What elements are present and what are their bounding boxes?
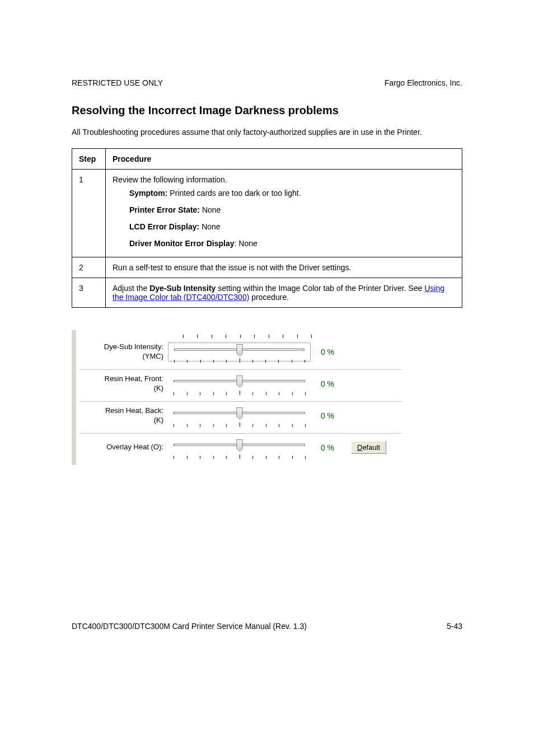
slider-thumb[interactable] [236,407,242,417]
col-header-procedure: Procedure [106,148,462,169]
table-row: 3 Adjust the Dye-Sub Intensity setting w… [72,278,462,307]
driver-monitor-line: Driver Monitor Error Display: None [129,239,455,248]
step-content: Review the following information. Sympto… [106,169,462,257]
col-header-step: Step [72,148,106,169]
row-label: Resin Heat, Front: (K) [79,374,168,393]
default-button-accel: D [357,443,362,452]
slider-thumb[interactable] [236,375,242,386]
label-top: Overlay Heat (O): [106,443,163,451]
slider-row-resin-front: Resin Heat, Front: (K) 0 % [79,370,402,402]
slider-row-overlay: Overlay Heat (O): 0 % Default [79,434,402,465]
intro-paragraph: All Troubleshooting procedures assume th… [72,127,462,138]
footer-left: DTC400/DTC300/DTC300M Card Printer Servi… [72,622,307,631]
page-footer: DTC400/DTC300/DTC300M Card Printer Servi… [72,622,462,631]
section-title: Resolving the Incorrect Image Darkness p… [72,104,462,117]
resin-front-slider[interactable] [168,374,311,393]
slider-row-resin-back: Resin Heat, Back: (K) 0 % [79,402,402,434]
symptom-text: Printed cards are too dark or too light. [167,189,301,198]
slider-value: 0 % [311,443,344,452]
bold-term: Dye-Sub Intensity [149,284,216,293]
procedure-table: Step Procedure 1 Review the following in… [72,148,462,308]
slider-value: 0 % [311,379,344,388]
step-content: Adjust the Dye-Sub Intensity setting wit… [106,278,462,307]
printer-error-line: Printer Error State: None [129,205,455,214]
row-label: Resin Heat, Back: (K) [79,406,168,425]
driver-monitor-text: : None [235,239,257,248]
step-number: 3 [72,278,106,307]
row-label: Dye-Sub Intensity: (YMC) [79,342,168,361]
printer-error-text: None [200,205,221,214]
settings-panel: Dye-Sub Intensity: (YMC) 0 % Resin Heat,… [72,330,402,465]
header-right: Fargo Electronics, Inc. [385,78,462,87]
slider-ticks [174,453,305,457]
slider-row-dye-sub: Dye-Sub Intensity: (YMC) 0 % [79,338,402,370]
default-button-text: efault [362,443,380,452]
slider-ticks [174,356,305,361]
label-bottom: (YMC) [142,352,163,360]
slider-value: 0 % [311,348,344,356]
symptom-label: Symptom: [129,189,167,198]
dye-sub-slider[interactable] [168,342,311,361]
step-number: 1 [72,169,106,257]
step-content: Run a self-test to ensure that the issue… [106,257,462,278]
lcd-error-label: LCD Error Display: [129,222,199,231]
slider-ticks [174,389,305,393]
slider-ticks [174,421,305,425]
table-row: 1 Review the following information. Symp… [72,169,462,257]
lcd-error-text: None [199,222,220,231]
table-row: 2 Run a self-test to ensure that the iss… [72,257,462,278]
resin-back-slider[interactable] [168,406,311,425]
driver-monitor-label: Driver Monitor Error Display [129,239,235,248]
default-button[interactable]: Default [351,441,386,454]
label-top: Resin Heat, Back: [105,406,163,415]
row-label: Overlay Heat (O): [79,443,168,452]
symptom-line: Symptom: Printed cards are too dark or t… [129,189,455,198]
text-prefix: Adjust the [113,284,149,293]
slider-thumb[interactable] [236,439,242,449]
slider-value: 0 % [311,411,344,420]
footer-right: 5-43 [447,622,462,631]
slider-thumb[interactable] [236,344,242,354]
review-line: Review the following information. [113,175,455,184]
label-top: Dye-Sub Intensity: [104,342,163,351]
text-suffix: procedure. [249,293,289,302]
header-left: RESTRICTED USE ONLY [72,78,163,87]
text-mid: setting within the Image Color tab of th… [216,284,424,293]
label-top: Resin Heat, Front: [105,374,164,383]
page-header: RESTRICTED USE ONLY Fargo Electronics, I… [72,78,462,87]
step-number: 2 [72,257,106,278]
printer-error-label: Printer Error State: [129,205,200,214]
label-bottom: (K) [154,384,163,392]
top-ticks [176,330,318,338]
overlay-slider[interactable] [168,438,311,457]
label-bottom: (K) [154,416,163,424]
lcd-error-line: LCD Error Display: None [129,222,455,231]
